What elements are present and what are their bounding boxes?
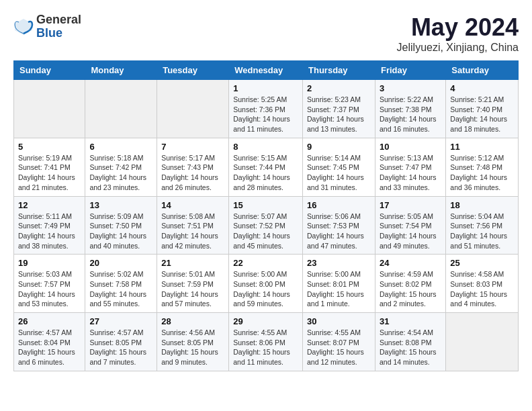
day-info: Sunrise: 4:55 AM Sunset: 8:06 PM Dayligh… [233, 328, 298, 367]
day-info: Sunrise: 5:17 AM Sunset: 7:43 PM Dayligh… [161, 153, 224, 193]
day-info: Sunrise: 5:25 AM Sunset: 7:36 PM Dayligh… [233, 95, 298, 134]
day-info: Sunrise: 5:08 AM Sunset: 7:51 PM Dayligh… [161, 212, 224, 251]
calendar-cell: 22Sunrise: 5:00 AM Sunset: 8:00 PM Dayli… [229, 255, 303, 313]
day-number: 19 [18, 258, 81, 268]
day-info: Sunrise: 4:57 AM Sunset: 8:04 PM Dayligh… [18, 328, 81, 367]
calendar-cell: 10Sunrise: 5:13 AM Sunset: 7:47 PM Dayli… [375, 138, 445, 196]
calendar-cell: 31Sunrise: 4:54 AM Sunset: 8:08 PM Dayli… [375, 313, 445, 371]
calendar-cell: 4Sunrise: 5:21 AM Sunset: 7:40 PM Daylig… [446, 80, 519, 138]
day-number: 3 [380, 83, 441, 93]
day-number: 21 [161, 258, 224, 268]
calendar-cell: 29Sunrise: 4:55 AM Sunset: 8:06 PM Dayli… [229, 313, 303, 371]
day-info: Sunrise: 5:01 AM Sunset: 7:59 PM Dayligh… [161, 269, 224, 309]
header-friday: Friday [375, 61, 445, 80]
header-saturday: Saturday [446, 61, 519, 80]
day-number: 1 [233, 83, 298, 93]
calendar-cell: 15Sunrise: 5:07 AM Sunset: 7:52 PM Dayli… [229, 196, 303, 255]
day-number: 16 [307, 200, 371, 210]
calendar: SundayMondayTuesdayWednesdayThursdayFrid… [13, 60, 519, 371]
calendar-cell: 26Sunrise: 4:57 AM Sunset: 8:04 PM Dayli… [14, 313, 85, 371]
day-number: 7 [161, 142, 224, 152]
page-header: General Blue May 2024 Jelilyuezi, Xinjia… [13, 13, 519, 54]
day-number: 23 [307, 258, 371, 268]
calendar-week-row: 26Sunrise: 4:57 AM Sunset: 8:04 PM Dayli… [14, 313, 519, 371]
calendar-cell: 18Sunrise: 5:04 AM Sunset: 7:56 PM Dayli… [446, 196, 519, 255]
day-number: 18 [450, 200, 514, 210]
day-number: 11 [450, 142, 514, 152]
logo-icon [13, 17, 34, 37]
header-tuesday: Tuesday [157, 61, 229, 80]
day-number: 5 [18, 142, 81, 152]
day-number: 26 [18, 316, 81, 326]
day-info: Sunrise: 4:57 AM Sunset: 8:05 PM Dayligh… [89, 328, 152, 367]
calendar-cell: 24Sunrise: 4:59 AM Sunset: 8:02 PM Dayli… [375, 255, 445, 313]
logo-text: General Blue [36, 13, 81, 40]
calendar-week-row: 1Sunrise: 5:25 AM Sunset: 7:36 PM Daylig… [14, 80, 519, 138]
calendar-cell: 2Sunrise: 5:23 AM Sunset: 7:37 PM Daylig… [303, 80, 375, 138]
day-number: 29 [233, 316, 298, 326]
calendar-week-row: 12Sunrise: 5:11 AM Sunset: 7:49 PM Dayli… [14, 196, 519, 255]
day-number: 10 [380, 142, 441, 152]
day-info: Sunrise: 5:13 AM Sunset: 7:47 PM Dayligh… [380, 153, 441, 193]
calendar-cell: 21Sunrise: 5:01 AM Sunset: 7:59 PM Dayli… [157, 255, 229, 313]
day-info: Sunrise: 5:00 AM Sunset: 8:00 PM Dayligh… [233, 269, 298, 309]
day-info: Sunrise: 5:23 AM Sunset: 7:37 PM Dayligh… [307, 95, 371, 134]
day-info: Sunrise: 5:02 AM Sunset: 7:58 PM Dayligh… [89, 269, 152, 309]
day-number: 12 [18, 200, 81, 210]
calendar-cell: 3Sunrise: 5:22 AM Sunset: 7:38 PM Daylig… [375, 80, 445, 138]
calendar-cell: 1Sunrise: 5:25 AM Sunset: 7:36 PM Daylig… [229, 80, 303, 138]
calendar-cell: 11Sunrise: 5:12 AM Sunset: 7:48 PM Dayli… [446, 138, 519, 196]
calendar-cell: 28Sunrise: 4:56 AM Sunset: 8:05 PM Dayli… [157, 313, 229, 371]
title-location: Jelilyuezi, Xinjiang, China [397, 42, 519, 54]
calendar-cell: 17Sunrise: 5:05 AM Sunset: 7:54 PM Dayli… [375, 196, 445, 255]
day-number: 2 [307, 83, 371, 93]
header-wednesday: Wednesday [229, 61, 303, 80]
calendar-cell: 20Sunrise: 5:02 AM Sunset: 7:58 PM Dayli… [85, 255, 157, 313]
day-number: 17 [380, 200, 441, 210]
day-number: 22 [233, 258, 298, 268]
day-info: Sunrise: 5:00 AM Sunset: 8:01 PM Dayligh… [307, 269, 371, 309]
day-info: Sunrise: 5:05 AM Sunset: 7:54 PM Dayligh… [380, 212, 441, 251]
calendar-header-row: SundayMondayTuesdayWednesdayThursdayFrid… [14, 61, 519, 80]
calendar-cell: 9Sunrise: 5:14 AM Sunset: 7:45 PM Daylig… [303, 138, 375, 196]
day-info: Sunrise: 5:15 AM Sunset: 7:44 PM Dayligh… [233, 153, 298, 193]
title-month: May 2024 [397, 13, 519, 42]
title-section: May 2024 Jelilyuezi, Xinjiang, China [397, 13, 519, 54]
calendar-cell: 16Sunrise: 5:06 AM Sunset: 7:53 PM Dayli… [303, 196, 375, 255]
day-info: Sunrise: 5:18 AM Sunset: 7:42 PM Dayligh… [89, 153, 152, 193]
day-number: 30 [307, 316, 371, 326]
calendar-cell: 19Sunrise: 5:03 AM Sunset: 7:57 PM Dayli… [14, 255, 85, 313]
day-info: Sunrise: 5:22 AM Sunset: 7:38 PM Dayligh… [380, 95, 441, 134]
logo: General Blue [13, 13, 81, 40]
calendar-week-row: 19Sunrise: 5:03 AM Sunset: 7:57 PM Dayli… [14, 255, 519, 313]
day-number: 20 [89, 258, 152, 268]
calendar-cell: 23Sunrise: 5:00 AM Sunset: 8:01 PM Dayli… [303, 255, 375, 313]
day-info: Sunrise: 5:12 AM Sunset: 7:48 PM Dayligh… [450, 153, 514, 193]
logo-general: General [36, 13, 81, 27]
day-info: Sunrise: 5:07 AM Sunset: 7:52 PM Dayligh… [233, 212, 298, 251]
header-thursday: Thursday [303, 61, 375, 80]
header-sunday: Sunday [14, 61, 85, 80]
calendar-cell: 27Sunrise: 4:57 AM Sunset: 8:05 PM Dayli… [85, 313, 157, 371]
day-info: Sunrise: 4:54 AM Sunset: 8:08 PM Dayligh… [380, 328, 441, 367]
day-number: 27 [89, 316, 152, 326]
calendar-week-row: 5Sunrise: 5:19 AM Sunset: 7:41 PM Daylig… [14, 138, 519, 196]
calendar-cell: 7Sunrise: 5:17 AM Sunset: 7:43 PM Daylig… [157, 138, 229, 196]
calendar-cell: 5Sunrise: 5:19 AM Sunset: 7:41 PM Daylig… [14, 138, 85, 196]
calendar-cell [85, 80, 157, 138]
day-number: 14 [161, 200, 224, 210]
day-info: Sunrise: 5:21 AM Sunset: 7:40 PM Dayligh… [450, 95, 514, 134]
day-number: 15 [233, 200, 298, 210]
day-number: 13 [89, 200, 152, 210]
calendar-cell [157, 80, 229, 138]
day-info: Sunrise: 5:09 AM Sunset: 7:50 PM Dayligh… [89, 212, 152, 251]
day-info: Sunrise: 5:03 AM Sunset: 7:57 PM Dayligh… [18, 269, 81, 309]
day-info: Sunrise: 5:11 AM Sunset: 7:49 PM Dayligh… [18, 212, 81, 251]
day-info: Sunrise: 5:06 AM Sunset: 7:53 PM Dayligh… [307, 212, 371, 251]
calendar-cell: 13Sunrise: 5:09 AM Sunset: 7:50 PM Dayli… [85, 196, 157, 255]
day-number: 25 [450, 258, 514, 268]
calendar-cell: 8Sunrise: 5:15 AM Sunset: 7:44 PM Daylig… [229, 138, 303, 196]
day-info: Sunrise: 4:59 AM Sunset: 8:02 PM Dayligh… [380, 269, 441, 309]
day-info: Sunrise: 4:56 AM Sunset: 8:05 PM Dayligh… [161, 328, 224, 367]
calendar-cell: 25Sunrise: 4:58 AM Sunset: 8:03 PM Dayli… [446, 255, 519, 313]
